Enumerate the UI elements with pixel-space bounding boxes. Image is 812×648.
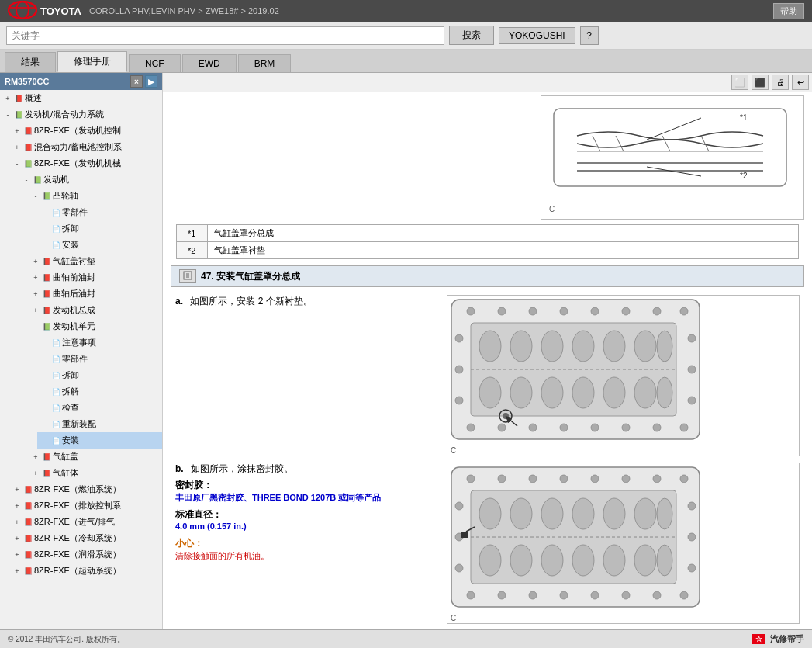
toolbar-btn-print[interactable]: 🖨 — [772, 75, 789, 90]
svg-point-96 — [657, 545, 672, 576]
tree-item-engine-unit[interactable]: - 📗 发动机单元 — [28, 318, 162, 334]
expand-8zr-mech[interactable]: - — [12, 158, 22, 169]
tree-item-cylinder-head[interactable]: + 📕 气缸盖 — [28, 449, 162, 465]
svg-point-26 — [498, 424, 506, 431]
help-question-button[interactable]: ? — [580, 26, 599, 45]
tree-item-engine[interactable]: - 📗 发动机 — [19, 172, 162, 188]
tree-item-overview[interactable]: + 📕 概述 — [0, 90, 162, 106]
tree-item-front-seal[interactable]: + 📕 曲轴前油封 — [28, 269, 162, 286]
svg-point-44 — [603, 331, 625, 362]
step47-number: 47 — [201, 271, 211, 282]
tree-item-inspect[interactable]: 📄 检查 — [37, 400, 162, 416]
svg-point-48 — [510, 377, 532, 408]
tree-item-install1[interactable]: 📄 安装 — [37, 237, 162, 253]
expand-8zr-intake[interactable]: + — [12, 517, 22, 528]
expand-front-seal[interactable]: + — [31, 272, 40, 283]
tree-item-hybrid-battery[interactable]: + 📕 混合动力/蓄电池控制系 — [9, 139, 162, 155]
book-icon-engine-hybrid: 📗 — [12, 109, 25, 120]
toolbar-btn-1[interactable]: ⬜ — [731, 75, 748, 90]
search-button[interactable]: 搜索 — [449, 26, 494, 45]
tree-item-8zr-cooling[interactable]: + 📕 8ZR-FXE（冷却系统） — [9, 530, 162, 546]
tree-item-disassemble2[interactable]: 📄 拆卸 — [37, 367, 162, 383]
book-icon-8zr-mech: 📗 — [22, 158, 34, 169]
tree-item-8zr-control[interactable]: + 📕 8ZR-FXE（发动机控制 — [9, 123, 162, 139]
tab-results[interactable]: 结果 — [5, 52, 56, 72]
expand-rear-seal[interactable]: + — [31, 289, 40, 300]
sidebar-header: RM3570CC × ▶ — [0, 73, 162, 90]
tree-item-cylinder-block[interactable]: + 📕 气缸体 — [28, 465, 162, 481]
tree-item-caution[interactable]: 📄 注意事项 — [37, 334, 162, 351]
svg-point-34 — [455, 366, 463, 373]
tab-ncf[interactable]: NCF — [129, 54, 181, 72]
expand-cylinder-block[interactable]: + — [31, 468, 40, 479]
sidebar[interactable]: RM3570CC × ▶ + 📕 概述 - 📗 — [0, 73, 163, 629]
tree-item-parts2[interactable]: 📄 零部件 — [37, 351, 162, 367]
table-row: *2 气缸盖罩衬垫 — [176, 242, 799, 259]
expand-engine-hybrid[interactable]: - — [3, 109, 12, 120]
page-icon-inspect: 📄 — [50, 403, 62, 414]
toolbar-btn-2[interactable]: ⬛ — [752, 75, 769, 90]
tree-item-8zr-lubrication[interactable]: + 📕 8ZR-FXE（润滑系统） — [9, 546, 162, 563]
expand-overview[interactable]: + — [3, 93, 12, 104]
label-8zr-intake: 8ZR-FXE（进气/排气 — [34, 516, 115, 528]
tree-item-8zr-intake[interactable]: + 📕 8ZR-FXE（进气/排气 — [9, 514, 162, 530]
svg-point-32 — [680, 424, 688, 431]
expand-8zr-cooling[interactable]: + — [12, 533, 22, 544]
expand-install2 — [40, 435, 50, 446]
sidebar-close-button[interactable]: × — [130, 75, 143, 88]
tab-ewd[interactable]: EWD — [182, 54, 237, 72]
svg-point-30 — [622, 424, 630, 431]
expand-8zr-lubrication[interactable]: + — [12, 549, 22, 560]
sealant-block: 密封胶： 丰田原厂黑密封胶、THREE BOND 1207B 或同等产品 — [175, 479, 439, 504]
expand-cylinder-head[interactable]: + — [31, 452, 40, 463]
tree-item-engine-hybrid[interactable]: - 📗 发动机/混合动力系统 — [0, 106, 162, 123]
svg-point-22 — [622, 307, 630, 315]
diagram-c3-label: C — [447, 613, 799, 623]
expand-8zr-starter[interactable]: + — [12, 566, 22, 577]
expand-install1 — [40, 240, 50, 251]
svg-point-91 — [510, 545, 532, 576]
expand-8zr-fuel[interactable]: + — [12, 484, 22, 495]
page-icon-install1: 📄 — [50, 240, 62, 251]
diameter-value: 4.0 mm (0.157 in.) — [175, 522, 439, 531]
expand-engine-assy[interactable]: + — [31, 305, 40, 316]
expand-engine-unit[interactable]: - — [31, 321, 40, 332]
svg-point-70 — [529, 591, 537, 599]
tree-item-engine-assy[interactable]: + 📕 发动机总成 — [28, 302, 162, 318]
expand-disassemble1 — [40, 224, 50, 234]
book-icon-engine-unit: 📗 — [40, 321, 53, 332]
expand-8zr-emission[interactable]: + — [12, 501, 22, 511]
tree-item-8zr-fuel[interactable]: + 📕 8ZR-FXE（燃油系统） — [9, 481, 162, 497]
expand-hybrid-battery[interactable]: + — [12, 142, 22, 153]
sidebar-arrow-button[interactable]: ▶ — [145, 75, 157, 88]
tree-item-reassemble[interactable]: 📄 重新装配 — [37, 416, 162, 432]
book-icon-cylinder-head: 📕 — [40, 452, 53, 463]
tree-item-disassemble3[interactable]: 📄 拆解 — [37, 383, 162, 400]
tab-repair[interactable]: 修理手册 — [57, 51, 127, 72]
toolbar-btn-back[interactable]: ↩ — [792, 75, 809, 90]
yokogushi-button[interactable]: YOKOGUSHI — [499, 27, 575, 44]
step-a-label: a. — [175, 296, 183, 307]
tree-item-camshaft[interactable]: - 📗 凸轮轴 — [28, 188, 162, 204]
tab-brm[interactable]: BRM — [238, 54, 292, 72]
expand-head-gasket[interactable]: + — [31, 256, 40, 267]
svg-point-93 — [572, 545, 594, 576]
tree-item-8zr-mech[interactable]: - 📗 8ZR-FXE（发动机机械 — [9, 155, 162, 172]
page-icon-disassemble1: 📄 — [50, 224, 62, 234]
tree-item-disassemble1[interactable]: 📄 拆卸 — [37, 220, 162, 237]
label-parts2: 零部件 — [62, 353, 88, 365]
expand-camshaft[interactable]: - — [31, 191, 40, 202]
expand-engine[interactable]: - — [22, 175, 31, 185]
tree-item-8zr-emission[interactable]: + 📕 8ZR-FXE（排放控制系 — [9, 497, 162, 514]
tree-item-head-gasket[interactable]: + 📕 气缸盖衬垫 — [28, 253, 162, 269]
content-area[interactable]: ⬜ ⬛ 🖨 ↩ *1 — [163, 73, 812, 629]
svg-point-51 — [603, 377, 625, 408]
tree-item-parts1[interactable]: 📄 零部件 — [37, 204, 162, 220]
footer-copyright: © 2012 丰田汽车公司. 版权所有。 — [8, 634, 125, 645]
tree-item-install2[interactable]: 📄 安装 — [37, 432, 162, 449]
tree-item-rear-seal[interactable]: + 📕 曲轴后油封 — [28, 286, 162, 302]
expand-8zr-control[interactable]: + — [12, 126, 22, 137]
tree-item-8zr-starter[interactable]: + 📕 8ZR-FXE（起动系统） — [9, 563, 162, 579]
search-input[interactable] — [6, 26, 444, 45]
help-button[interactable]: 帮助 — [773, 3, 804, 19]
